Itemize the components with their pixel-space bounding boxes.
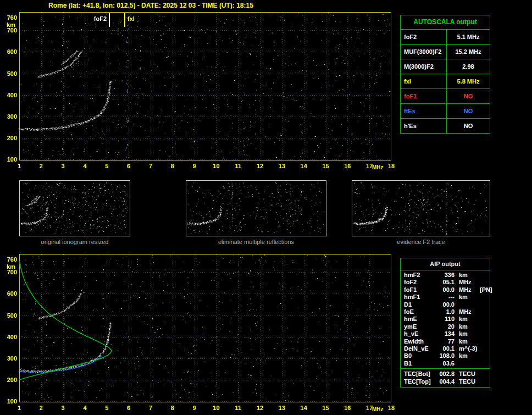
aip-val: 77 (436, 338, 455, 345)
aip-extra (479, 316, 490, 323)
aip-extra (479, 330, 490, 337)
aip-row: foE1.0MHz (401, 308, 490, 316)
aip-extra (479, 272, 490, 279)
autoscala-row-value: 5.8 MHz (447, 74, 490, 88)
tec-label: TEC[Top] (404, 378, 436, 385)
aip-extra (479, 323, 490, 330)
aip-label: Ewidth (404, 338, 436, 345)
autoscala-row: MUF(3000)F215.2 MHz (401, 45, 490, 59)
aip-unit: MHz (455, 308, 479, 316)
aip-unit: km (455, 330, 479, 337)
aip-label: h_vE (404, 330, 436, 337)
aip-row: ymE20km (401, 323, 490, 330)
thumbnail-eliminate-multiples (186, 180, 326, 236)
autoscala-row-label: foF1 (401, 89, 447, 103)
aip-label: hmF1 (404, 294, 436, 301)
aip-unit: km (455, 338, 479, 345)
aip-val: --- (436, 294, 455, 301)
autoscala-row: ftEsNO (401, 104, 490, 119)
aip-val: 00.0 (436, 286, 455, 294)
aip-unit: km (455, 323, 479, 330)
aip-table-header: AIP output (401, 258, 490, 270)
aip-val: 1.0 (436, 308, 455, 316)
aip-label: foF2 (404, 279, 436, 286)
aip-val: 110 (436, 316, 455, 323)
thumbnail-evidence-f2-trace-canvas (352, 181, 490, 236)
aip-unit: MHz (455, 286, 479, 294)
autoscala-row-value: NO (447, 89, 490, 103)
thumbnail-caption-eliminate: eliminate multiple reflections (186, 239, 326, 245)
aip-row: DelN_vE00.1m^(-3) (401, 345, 490, 352)
aip-row: foF100.0MHz[PN] (401, 286, 490, 294)
aip-row: D100.0 (401, 301, 490, 308)
aip-val: 03.6 (436, 360, 455, 367)
aip-label: foE (404, 308, 436, 316)
autoscala-row-value: NO (447, 104, 490, 118)
autoscala-row-label: foF2 (401, 30, 447, 44)
aip-extra (479, 301, 490, 308)
aip-unit: km (455, 294, 479, 301)
aip-extra (479, 294, 490, 301)
aip-row: hmF1---km (401, 294, 490, 301)
aip-row: h_vE134km (401, 330, 490, 337)
aip-extra (479, 308, 490, 316)
autoscala-table-body: foF25.1 MHzMUF(3000)F215.2 MHzM(3000)F22… (401, 30, 490, 133)
aip-unit: MHz (455, 279, 479, 286)
autoscala-row-label: ftEs (401, 104, 447, 118)
tec-unit: TECU (455, 370, 490, 378)
aip-val: 00.1 (436, 345, 455, 352)
autoscala-row: foF25.1 MHz (401, 30, 490, 45)
aip-tec-row: TEC[Bot]002.8TECU (401, 370, 490, 378)
aip-unit: m^(-3) (455, 345, 479, 352)
aip-row: hmE110km (401, 316, 490, 323)
autoscala-row-value: NO (447, 119, 490, 133)
aip-label: hmE (404, 316, 436, 323)
autoscala-row: fxI5.8 MHz (401, 74, 490, 89)
aip-label: DelN_vE (404, 345, 436, 352)
aip-val: 00.0 (436, 301, 455, 308)
tec-label: TEC[Bot] (404, 370, 436, 378)
aip-extra (479, 345, 490, 352)
autoscala-row-value: 15.2 MHz (447, 45, 490, 59)
autoscala-row: foF1NO (401, 89, 490, 104)
aip-row: hmF2336km (401, 272, 490, 279)
aip-label: B0 (404, 352, 436, 359)
aip-label: ymE (404, 323, 436, 330)
autoscala-table-header: AUTOSCALA output (401, 15, 490, 30)
aip-label: D1 (404, 301, 436, 308)
aip-val: 108.0 (436, 352, 455, 359)
thumbnail-caption-original: original ionogram resized (19, 239, 130, 245)
thumbnail-eliminate-multiples-canvas (186, 181, 326, 236)
autoscala-row-value: 2.98 (447, 59, 490, 74)
autoscala-output-table: AUTOSCALA output foF25.1 MHzMUF(3000)F21… (400, 15, 490, 134)
top-ionogram-plot (3, 9, 396, 174)
thumbnail-original-ionogram (19, 180, 130, 236)
aip-table-body: hmF2336kmfoF205.1MHzfoF100.0MHz[PN]hmF1-… (401, 270, 490, 367)
aip-row: B0108.0km (401, 352, 490, 359)
aip-val: 20 (436, 323, 455, 330)
aip-val: 134 (436, 330, 455, 337)
aip-extra: [PN] (479, 286, 492, 294)
aip-unit: km (455, 316, 479, 323)
aip-label: foF1 (404, 286, 436, 294)
aip-unit: km (455, 272, 479, 279)
aip-val: 336 (436, 272, 455, 279)
aip-extra (479, 279, 490, 286)
aip-unit (455, 360, 479, 367)
aip-extra (479, 338, 490, 345)
aip-tec-section: TEC[Bot]002.8TECUTEC[Top]004.4TECU (401, 368, 490, 387)
autoscala-row-label: fxI (401, 74, 447, 88)
tec-val: 002.8 (436, 370, 455, 378)
thumbnail-evidence-f2-trace (352, 180, 490, 236)
autoscala-row: h'EsNO (401, 119, 490, 133)
tec-val: 004.4 (436, 378, 455, 385)
thumbnail-caption-evidence: evidence F2 trace (352, 239, 490, 245)
aip-output-table: AIP output hmF2336kmfoF205.1MHzfoF100.0M… (400, 258, 490, 388)
aip-extra (479, 352, 490, 359)
bottom-ionogram-profile-plot (3, 251, 396, 415)
aip-unit: km (455, 352, 479, 359)
autoscala-row-label: M(3000)F2 (401, 59, 447, 74)
aip-row: B103.6 (401, 360, 490, 367)
station-date-title: Rome (lat: +41.8, lon: 012.5) - DATE: 20… (48, 2, 253, 9)
autoscala-row-value: 5.1 MHz (447, 30, 490, 44)
